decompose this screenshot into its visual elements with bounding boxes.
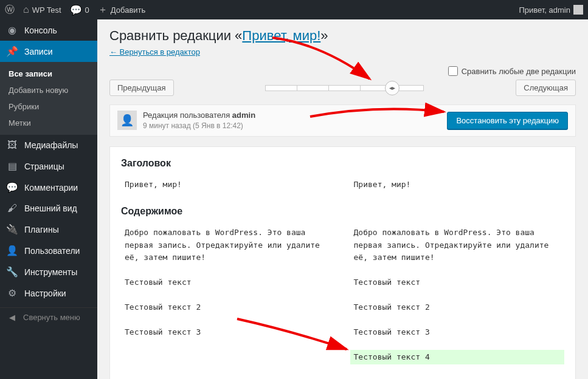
menu-appearance[interactable]: 🖌Внешний вид [0, 198, 97, 219]
back-to-editor-link[interactable]: ← Вернуться в редактор [109, 47, 200, 56]
comments-bubble[interactable]: 💬0 [70, 4, 89, 16]
page-title: Сравнить редакции «Привет, мир!» [109, 28, 576, 44]
diff-line [350, 340, 565, 350]
menu-label: Пользователи [24, 246, 80, 256]
diff-content-heading: Содержимое [121, 206, 564, 217]
menu-media[interactable]: 🖾Медиафайлы [0, 135, 97, 155]
pin-icon: 📌 [6, 46, 18, 57]
diff-title-right: Привет, мир! [350, 177, 565, 193]
meta-author: admin [232, 111, 255, 120]
menu-comments[interactable]: 💬Комментарии [0, 177, 97, 198]
diff-line [121, 290, 336, 300]
revision-slider[interactable]: ◂▸ [186, 85, 504, 91]
menu-plugins[interactable]: 🔌Плагины [0, 219, 97, 240]
menu-label: Страницы [24, 162, 64, 171]
diff-line: Добро пожаловать в WordPress. Это ваша п… [350, 225, 565, 265]
diff-line: Тестовый текст 4 [350, 350, 565, 365]
author-avatar: 👤 [117, 111, 137, 130]
pages-icon: ▤ [6, 160, 18, 172]
comments-count: 0 [85, 5, 89, 15]
diff-line: Тестовый текст 3 [121, 325, 336, 340]
collapse-label: Свернуть меню [23, 313, 80, 322]
menu-label: Настройки [24, 289, 66, 298]
menu-label: Медиафайлы [24, 140, 78, 150]
wp-logo[interactable]: ⓦ [5, 4, 15, 16]
menu-posts[interactable]: 📌Записи [0, 41, 97, 62]
add-new[interactable]: ＋Добавить [98, 4, 145, 16]
compare-any-label: Сравнить любые две редакции [462, 67, 576, 76]
menu-label: Записи [24, 47, 52, 56]
user-icon: 👤 [6, 245, 18, 256]
diff-line: Тестовый текст [121, 275, 336, 290]
submenu-categories[interactable]: Рубрики [0, 98, 97, 115]
gear-icon: ⚙ [6, 287, 18, 299]
add-new-label: Добавить [111, 5, 145, 15]
diff-line [121, 265, 336, 275]
submenu-posts: Все записи Добавить новую Рубрики Метки [0, 62, 97, 135]
post-title-link[interactable]: Привет, мир! [242, 28, 320, 43]
diff-content-left: Добро пожаловать в WordPress. Это ваша п… [121, 225, 336, 365]
diff-line: Тестовый текст 3 [350, 325, 565, 340]
collapse-menu[interactable]: ◀Свернуть меню [0, 307, 97, 327]
admin-bar: ⓦ ⌂WP Test 💬0 ＋Добавить Привет, admin [0, 0, 588, 19]
compare-any-checkbox[interactable] [448, 66, 458, 76]
collapse-icon: ◀ [6, 313, 18, 322]
slider-handle[interactable]: ◂▸ [385, 81, 399, 95]
diff-title-heading: Заголовок [121, 158, 564, 169]
meta-time-rel: 9 минут назад [143, 121, 191, 130]
diff-line: Тестовый текст 2 [121, 300, 336, 315]
menu-users[interactable]: 👤Пользователи [0, 240, 97, 261]
diff-line: Добро пожаловать в WordPress. Это ваша п… [121, 225, 336, 265]
meta-time-abs: (5 Янв в 12:42) [193, 121, 243, 130]
prev-revision-button[interactable]: Предыдущая [109, 80, 174, 96]
revision-meta: 👤 Редакция пользователя admin 9 минут на… [109, 104, 576, 137]
site-name-label: WP Test [32, 5, 61, 15]
menu-label: Консоль [24, 26, 57, 35]
restore-revision-button[interactable]: Восстановить эту редакцию [447, 112, 568, 129]
title-suffix: » [320, 28, 328, 43]
diff-line [350, 265, 565, 275]
diff-line [121, 315, 336, 325]
submenu-all-posts[interactable]: Все записи [0, 66, 97, 82]
diff-container: Заголовок Привет, мир! Привет, мир! Соде… [109, 146, 576, 379]
media-icon: 🖾 [6, 140, 18, 151]
menu-label: Инструменты [24, 267, 77, 277]
compare-any-two[interactable]: Сравнить любые две редакции [448, 66, 576, 76]
site-name[interactable]: ⌂WP Test [23, 4, 61, 15]
content-area: Сравнить редакции «Привет, мир!» ← Верну… [97, 19, 588, 379]
next-revision-button[interactable]: Следующая [516, 80, 576, 96]
submenu-tags[interactable]: Метки [0, 115, 97, 131]
menu-tools[interactable]: 🔧Инструменты [0, 261, 97, 282]
menu-dashboard[interactable]: ◉Консоль [0, 19, 97, 41]
menu-pages[interactable]: ▤Страницы [0, 155, 97, 177]
admin-sidebar: ◉Консоль 📌Записи Все записи Добавить нов… [0, 19, 97, 379]
brush-icon: 🖌 [6, 203, 18, 214]
menu-label: Плагины [24, 225, 59, 234]
diff-line [350, 290, 565, 300]
diff-line: Тестовый текст 2 [350, 300, 565, 315]
avatar-icon [573, 5, 583, 15]
meta-author-prefix: Редакция пользователя [143, 111, 232, 120]
plug-icon: 🔌 [6, 224, 18, 235]
diff-content-right: Добро пожаловать в WordPress. Это ваша п… [350, 225, 565, 365]
greeting-label: Привет, admin [519, 5, 570, 15]
gauge-icon: ◉ [6, 24, 18, 36]
menu-settings[interactable]: ⚙Настройки [0, 282, 97, 304]
diff-line [350, 315, 565, 325]
diff-title-left: Привет, мир! [121, 177, 336, 193]
submenu-add-new[interactable]: Добавить новую [0, 82, 97, 98]
comments-icon: 💬 [6, 182, 18, 193]
menu-label: Комментарии [24, 183, 78, 193]
slider-track [266, 85, 424, 91]
title-prefix: Сравнить редакции « [109, 28, 242, 43]
diff-line: Тестовый текст [350, 275, 565, 290]
greeting[interactable]: Привет, admin [519, 5, 583, 15]
wrench-icon: 🔧 [6, 266, 18, 278]
menu-label: Внешний вид [24, 203, 77, 213]
